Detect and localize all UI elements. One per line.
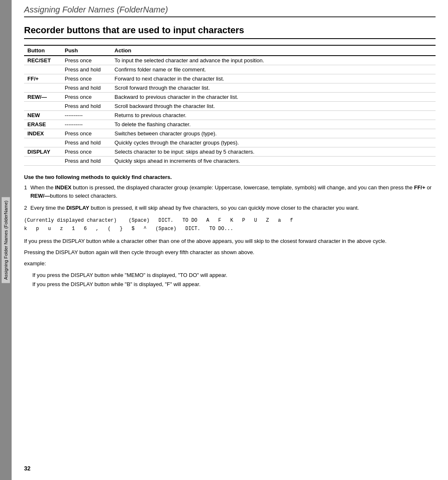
cell-push: Press once	[61, 74, 111, 83]
cell-push: ----------	[61, 111, 111, 120]
page-title: Assigning Folder Names (FolderName)	[24, 5, 436, 15]
table-row: DISPLAYPress onceSelects character to be…	[24, 147, 436, 157]
top-header: Assigning Folder Names (FolderName)	[24, 0, 436, 17]
cell-button: ERASE	[24, 120, 61, 129]
table-row: FF/+Press onceForward to next character …	[24, 74, 436, 83]
cell-button: REC/SET	[24, 56, 61, 65]
cell-action: Quickly cycles through the character gro…	[111, 138, 436, 147]
cell-button: INDEX	[24, 129, 61, 138]
cell-push: Press and hold	[61, 157, 111, 166]
btn-label: ERASE	[27, 121, 46, 127]
cell-action: Scroll forward through the character lis…	[111, 83, 436, 93]
char-cycle-line2: k p u z 1 6 , ( } $ ^ (Space) DICT. TO D…	[24, 226, 233, 232]
table-row: INDEXPress onceSwitches between characte…	[24, 129, 436, 138]
table-row: NEW----------Returns to previous charact…	[24, 111, 436, 120]
char-cycle-line1: (Currently displayed character) (Space) …	[24, 218, 293, 223]
button-table: Button Push Action REC/SETPress onceTo i…	[24, 45, 436, 166]
cell-action: Switches between character groups (type)…	[111, 129, 436, 138]
cell-action: To delete the flashing character.	[111, 120, 436, 129]
section-heading: Recorder buttons that are used to input …	[24, 25, 436, 39]
list-text-1: When the INDEX button is pressed, the di…	[30, 184, 436, 200]
cell-button	[24, 83, 61, 93]
btn-label: INDEX	[27, 130, 44, 137]
th-button: Button	[24, 45, 61, 56]
th-action: Action	[111, 45, 436, 56]
cell-push: ----------	[61, 120, 111, 129]
example-lines: If you press the DISPLAY button while "M…	[24, 271, 436, 289]
btn-label: REC/SET	[27, 57, 51, 64]
side-tab: Assigning Folder Names (FolderName)	[0, 0, 12, 480]
cell-action: To input the selected character and adva…	[111, 56, 436, 65]
cell-action: Confirms folder name or file comment.	[111, 65, 436, 74]
cell-push: Press once	[61, 56, 111, 65]
btn-label: REW/—	[27, 94, 47, 100]
list-item-1: 1 When the INDEX button is pressed, the …	[24, 184, 436, 200]
cell-button	[24, 138, 61, 147]
example-label: example:	[24, 260, 436, 268]
table-row: REC/SETPress onceTo input the selected c…	[24, 56, 436, 65]
example-line-1: If you press the DISPLAY button while "M…	[32, 271, 436, 280]
cell-action: Returns to previous character.	[111, 111, 436, 120]
page-number: 32	[24, 465, 31, 472]
cell-button: REW/—	[24, 93, 61, 102]
find-chars-title: Use the two following methods to quickly…	[24, 174, 436, 180]
table-row: Press and holdQuickly skips ahead in inc…	[24, 157, 436, 166]
cell-action: Forward to next character in the charact…	[111, 74, 436, 83]
btn-label: FF/+	[27, 76, 39, 82]
cell-button	[24, 102, 61, 111]
list-text-2: Every time the DISPLAY button is pressed…	[30, 204, 359, 212]
cell-button: FF/+	[24, 74, 61, 83]
btn-label: NEW	[27, 112, 40, 118]
cell-action: Scroll backward through the character li…	[111, 102, 436, 111]
cell-push: Press once	[61, 147, 111, 157]
cell-push: Press and hold	[61, 65, 111, 74]
list-num-1: 1	[24, 184, 27, 200]
main-content: Assigning Folder Names (FolderName) Reco…	[12, 0, 448, 480]
cell-action: Quickly skips ahead in increments of fiv…	[111, 157, 436, 166]
cell-button	[24, 157, 61, 166]
table-row: Press and holdConfirms folder name or fi…	[24, 65, 436, 74]
cell-button	[24, 65, 61, 74]
cell-push: Press once	[61, 129, 111, 138]
example-line-2: If you press the DISPLAY button while "B…	[32, 280, 436, 289]
body-text-2: Pressing the DISPLAY button again will t…	[24, 248, 436, 257]
cell-push: Press and hold	[61, 83, 111, 93]
cell-action: Backward to previous character in the ch…	[111, 93, 436, 102]
list-item-2: 2 Every time the DISPLAY button is press…	[24, 204, 436, 212]
find-chars-section: Use the two following methods to quickly…	[24, 174, 436, 289]
cell-action: Selects character to be input: skips ahe…	[111, 147, 436, 157]
cell-button: DISPLAY	[24, 147, 61, 157]
body-text-1: If you press the DISPLAY button while a …	[24, 237, 436, 246]
cell-push: Press once	[61, 93, 111, 102]
find-chars-list: 1 When the INDEX button is pressed, the …	[24, 184, 436, 212]
table-row: Press and holdQuickly cycles through the…	[24, 138, 436, 147]
btn-label: DISPLAY	[27, 149, 50, 155]
cell-button: NEW	[24, 111, 61, 120]
table-row: REW/—Press onceBackward to previous char…	[24, 93, 436, 102]
table-row: Press and holdScroll forward through the…	[24, 83, 436, 93]
cell-push: Press and hold	[61, 138, 111, 147]
list-num-2: 2	[24, 204, 27, 212]
side-tab-label: Assigning Folder Names (FolderName)	[2, 197, 10, 283]
table-row: ERASE----------To delete the flashing ch…	[24, 120, 436, 129]
th-push: Push	[61, 45, 111, 56]
char-cycle: (Currently displayed character) (Space) …	[24, 216, 436, 233]
cell-push: Press and hold	[61, 102, 111, 111]
table-row: Press and holdScroll backward through th…	[24, 102, 436, 111]
